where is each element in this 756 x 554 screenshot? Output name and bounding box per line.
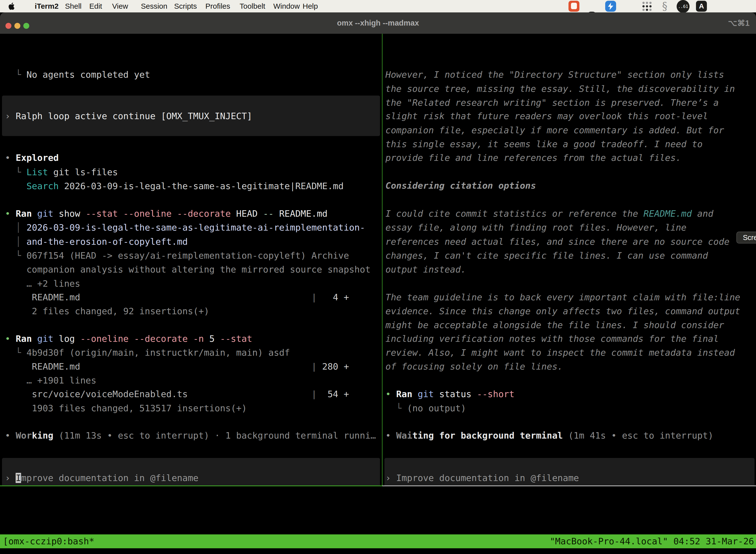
terminal-line: └ List git ls-files xyxy=(5,165,118,179)
terminal-line: the "Related research writing" section i… xyxy=(385,96,719,110)
tmux-window-name[interactable]: [omx-cczip0:bash* xyxy=(3,535,94,548)
window-title-bar: omx --xhigh --madmax ⌥⌘1 xyxy=(0,12,756,34)
screen-overlay-badge[interactable]: Scre xyxy=(737,232,756,243)
macos-menu-bar: iTerm2ShellEditViewSessionScriptsProfile… xyxy=(0,0,756,12)
terminal-line: └ No agents completed yet xyxy=(5,68,150,82)
chat-app-icon[interactable] xyxy=(568,1,579,12)
terminal-line: │ and-the-erosion-of-copyleft.md xyxy=(5,235,188,249)
window-shortcut-badge: ⌥⌘1 xyxy=(728,12,750,34)
tmux-pane-left[interactable]: └ No agents completed yet› Ralph loop ac… xyxy=(0,34,382,486)
terminal-line: The team guideline is to back every impo… xyxy=(385,290,740,304)
terminal-line: companion file, especially if more comme… xyxy=(385,123,724,137)
terminal-line: might be acceptable alongside the file l… xyxy=(385,318,724,332)
terminal-line: I could cite commit statistics or refere… xyxy=(385,207,713,221)
terminal-line: │ 2026-03-09-is-legal-the-same-as-legiti… xyxy=(5,221,365,234)
terminal-line: 1903 files changed, 513517 insertions(+) xyxy=(5,401,247,415)
terminal-line: src/voice/voiceModeEnabled.ts | 54 + xyxy=(5,387,349,401)
dots-grid-icon[interactable] xyxy=(641,1,652,12)
terminal-line: • Ran git log --oneline --decorate -n 5 … xyxy=(5,332,252,346)
terminal-line: However, I noticed the "Directory Struct… xyxy=(385,68,724,82)
terminal-line: provide file and line references from th… xyxy=(385,151,681,165)
terminal-line: 2 files changed, 92 insertions(+) xyxy=(5,304,209,318)
terminal-line: └ 067f154 (HEAD -> essay/ai-reimplementa… xyxy=(5,249,349,263)
menu-item-view[interactable]: View xyxy=(112,0,128,12)
ralph-loop-input-line: › Ralph loop active continue [OMX_TMUX_I… xyxy=(5,109,252,123)
terminal-line: changes, I can't cite specific file line… xyxy=(385,249,708,263)
terminal-line: essay file, along with finding root file… xyxy=(385,221,687,234)
menu-item-scripts[interactable]: Scripts xyxy=(174,0,197,12)
terminal-line: • Explored xyxy=(5,151,59,165)
terminal-line: └ (no output) xyxy=(385,401,466,415)
working-status-line: • Working (11m 13s • esc to interrupt) ·… xyxy=(5,429,376,443)
menu-item-session[interactable]: Session xyxy=(141,0,168,12)
terminal-line: … +1901 lines xyxy=(5,374,96,387)
menu-item-help[interactable]: Help xyxy=(303,0,318,12)
menu-item-iterm2[interactable]: iTerm2 xyxy=(35,0,59,12)
terminal-line: evidence. Since this change only affects… xyxy=(385,304,740,318)
terminal-line: output instead. xyxy=(385,263,466,277)
terminal-line: the source tree, missing the essay. Stil… xyxy=(385,82,735,96)
terminal-line: of focusing solely on file lines. xyxy=(385,359,563,374)
a-key-icon[interactable]: A xyxy=(696,1,707,12)
terminal-line: └ 4b9d30f (origin/main, instructkr/main,… xyxy=(5,346,290,359)
apple-logo-icon[interactable] xyxy=(7,2,16,11)
terminal-line: companion analysis without altering the … xyxy=(5,263,371,277)
terminal-line: this single essay, it seems like a good … xyxy=(385,137,703,151)
waiting-status-line: • Waiting for background terminal (1m 41… xyxy=(385,429,713,443)
terminal-line: including verification notes with those … xyxy=(385,332,719,346)
thinking-heading: Considering citation options xyxy=(385,179,536,192)
menu-item-profiles[interactable]: Profiles xyxy=(205,0,230,12)
terminal-line: • Ran git show --stat --oneline --decora… xyxy=(5,207,328,221)
lightning-hexagon-icon[interactable] xyxy=(605,1,616,12)
menu-item-shell[interactable]: Shell xyxy=(65,0,82,12)
menu-item-toolbelt[interactable]: Toolbelt xyxy=(240,0,265,12)
terminal-line: references need actual files, and since … xyxy=(385,235,730,249)
terminal-line: … +2 lines xyxy=(5,277,80,291)
menu-item-edit[interactable]: Edit xyxy=(89,0,102,12)
terminal-line: • Ran git status --short xyxy=(385,387,514,401)
window-title: omx --xhigh --madmax xyxy=(0,12,756,34)
tmux-host-clock: "MacBook-Pro-44.local" 04:52 31-Mar-26 xyxy=(550,535,754,548)
tmux-pane-right[interactable]: However, I noticed the "Directory Struct… xyxy=(382,34,756,486)
menu-status-icons: § ..61 A xyxy=(744,0,756,12)
terminal-line: README.md | 280 + xyxy=(5,359,349,374)
prompt-input-line: › Improve documentation in @filename xyxy=(5,471,198,485)
terminal-content: └ No agents completed yet› Ralph loop ac… xyxy=(0,34,756,554)
squiggle-icon[interactable]: § xyxy=(659,1,670,12)
terminal-line: review. Also, I might want to inspect th… xyxy=(385,346,735,359)
percent-61-icon[interactable]: ..61 xyxy=(677,0,690,13)
tmux-status-bar: [omx-cczip0:bash* "MacBook-Pro-44.local"… xyxy=(0,535,756,548)
menu-item-window[interactable]: Window xyxy=(273,0,300,12)
prompt-input-line: › Improve documentation in @filename xyxy=(385,471,579,485)
terminal-line: README.md | 4 + xyxy=(5,290,349,304)
terminal-line: slight risk that future readers may over… xyxy=(385,109,708,123)
terminal-line: Search 2026-03-09-is-legal-the-same-as-l… xyxy=(5,179,343,193)
pane-divider[interactable] xyxy=(382,34,382,486)
screen: { "menu_bar": { "items": [ {"label":"iTe… xyxy=(0,0,756,554)
